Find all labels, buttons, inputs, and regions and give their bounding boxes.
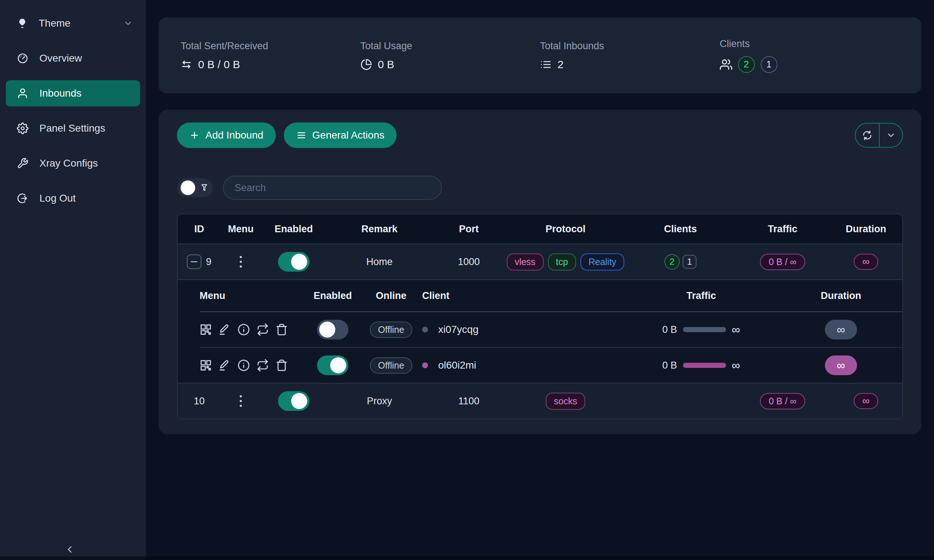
security-badge: Reality [581, 253, 624, 271]
col-header-id: ID [178, 214, 221, 243]
clients-active-count-badge: 2 [738, 56, 755, 73]
edit-icon[interactable] [219, 359, 231, 372]
client-traffic-used: 0 B [662, 360, 677, 371]
logout-icon [17, 192, 28, 204]
sidebar-item-label: Overview [39, 52, 82, 64]
inbounds-panel: Add Inbound General Actions [159, 110, 921, 434]
client-name: ol60i2mi [438, 360, 476, 371]
client-color-dot [422, 362, 428, 368]
inbound-row-9[interactable]: 9 Home 1000 vless tcp Reality [178, 243, 902, 279]
clients-subtable: Menu Enabled Online Client Traffic Durat… [178, 279, 902, 383]
qr-code-icon[interactable] [200, 359, 212, 372]
reset-traffic-icon[interactable] [256, 323, 269, 336]
traffic-limit: ∞ [732, 360, 740, 371]
sidebar-item-panel-settings[interactable]: Panel Settings [6, 115, 140, 142]
add-inbound-button[interactable]: Add Inbound [177, 123, 276, 148]
filter-icon [200, 183, 209, 192]
client-enabled-toggle[interactable] [317, 355, 348, 375]
client-row-ol60i2mi: Offline ol60i2mi 0 B ∞ ∞ [200, 347, 902, 383]
sidebar-item-theme[interactable]: Theme [6, 10, 140, 37]
info-icon[interactable] [237, 323, 250, 336]
trash-icon[interactable] [276, 359, 288, 372]
window-bottom-edge [0, 556, 934, 560]
sub-col-client: Client [422, 280, 623, 311]
kebab-menu-icon[interactable] [237, 254, 244, 270]
transport-badge: tcp [548, 253, 576, 271]
inbound-id: 10 [178, 383, 221, 418]
gauge-icon [17, 52, 28, 64]
sidebar-item-label: Theme [39, 17, 71, 29]
inbound-remark: Home [327, 244, 432, 279]
sub-col-duration: Duration [780, 280, 902, 311]
trash-icon[interactable] [276, 323, 288, 336]
sub-col-online: Online [360, 280, 422, 311]
traffic-badge: 0 B / ∞ [760, 254, 805, 270]
sidebar-collapse-button[interactable] [64, 544, 75, 555]
info-icon[interactable] [237, 359, 250, 372]
wrench-icon [17, 157, 28, 169]
users-icon [720, 58, 732, 71]
col-header-protocol: Protocol [505, 214, 626, 243]
refresh-icon [862, 130, 873, 141]
edit-icon[interactable] [219, 323, 231, 336]
traffic-limit: ∞ [732, 324, 740, 335]
client-duration-badge: ∞ [825, 320, 857, 339]
clients-deactive-count-badge: 1 [761, 56, 777, 73]
client-duration-badge: ∞ [825, 355, 857, 375]
stats-card: Total Sent/Received 0 B / 0 B Total Usag… [159, 17, 921, 93]
kebab-menu-icon[interactable] [237, 393, 244, 409]
refresh-button[interactable] [855, 124, 879, 147]
search-input[interactable] [223, 176, 442, 200]
sidebar-item-label: Xray Configs [39, 157, 98, 169]
col-header-enabled: Enabled [261, 214, 327, 243]
sidebar-item-xray-configs[interactable]: Xray Configs [6, 150, 140, 177]
filter-toggle[interactable] [177, 178, 213, 197]
refresh-options-button[interactable] [879, 124, 902, 147]
general-actions-button[interactable]: General Actions [284, 123, 397, 148]
client-count-badge: 2 [664, 254, 680, 269]
stat-label: Total Sent/Received [180, 40, 361, 52]
sidebar-item-label: Log Out [39, 192, 76, 204]
sidebar-item-label: Panel Settings [39, 123, 105, 134]
hamburger-icon [296, 130, 307, 140]
stat-clients: Clients 2 1 [720, 38, 900, 73]
sub-col-enabled: Enabled [305, 280, 360, 311]
add-inbound-label: Add Inbound [205, 129, 264, 141]
inbound-enabled-toggle[interactable] [278, 252, 310, 272]
inbound-enabled-toggle[interactable] [278, 391, 310, 411]
sidebar-item-inbounds[interactable]: Inbounds [6, 80, 140, 106]
sidebar-item-label: Inbounds [39, 88, 82, 99]
inbound-id: 9 [206, 256, 211, 268]
stat-total-usage: Total Usage 0 B [361, 40, 540, 71]
chevron-down-icon [123, 18, 133, 28]
protocol-badge: vless [507, 253, 544, 271]
qr-code-icon[interactable] [200, 323, 212, 336]
protocol-badge: socks [546, 393, 585, 410]
stat-value: 0 B / 0 B [198, 58, 240, 71]
sidebar: Theme Overview Inbounds [0, 0, 146, 560]
stat-value: 0 B [378, 58, 395, 71]
sidebar-item-overview[interactable]: Overview [6, 45, 140, 71]
main-content: Total Sent/Received 0 B / 0 B Total Usag… [146, 0, 934, 560]
chevron-down-icon [886, 130, 896, 140]
stat-label: Clients [720, 38, 900, 49]
stat-total-sent-received: Total Sent/Received 0 B / 0 B [180, 40, 361, 71]
sub-col-menu: Menu [200, 280, 305, 311]
client-count-badge: 1 [683, 255, 697, 269]
stat-label: Total Usage [361, 40, 540, 52]
client-name: xi07ycqg [438, 324, 479, 335]
sidebar-item-log-out[interactable]: Log Out [6, 185, 140, 211]
client-enabled-toggle[interactable] [317, 320, 348, 339]
collapse-row-button[interactable] [187, 254, 201, 269]
inbound-row-10[interactable]: 10 Proxy 1100 socks 0 B / ∞ [178, 383, 902, 418]
traffic-progress-bar [683, 327, 726, 332]
col-header-traffic: Traffic [735, 214, 830, 243]
traffic-badge: 0 B / ∞ [760, 393, 805, 409]
gear-icon [17, 123, 28, 134]
refresh-split-button [855, 123, 903, 148]
client-color-dot [422, 327, 428, 332]
reset-traffic-icon[interactable] [256, 359, 269, 372]
plus-icon [190, 130, 200, 140]
traffic-progress-bar [683, 363, 726, 368]
stat-label: Total Inbounds [540, 40, 720, 52]
